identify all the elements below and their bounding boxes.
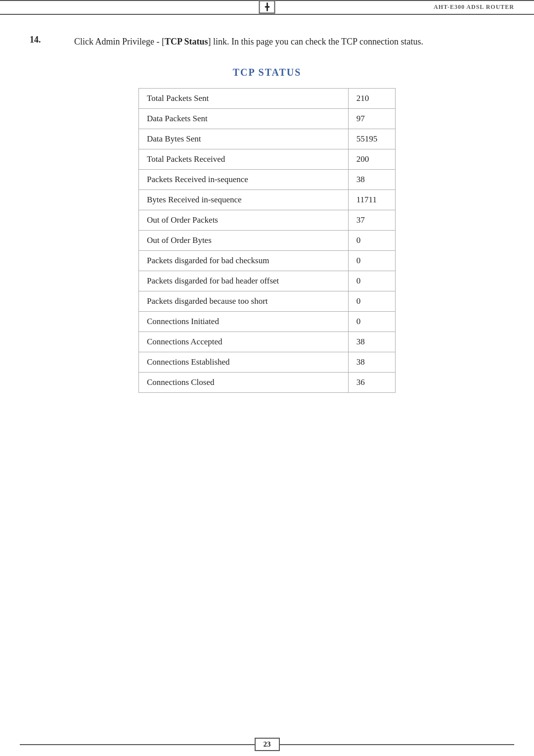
table-cell-value: 37	[348, 210, 395, 230]
table-row: Bytes Received in-sequence11711	[139, 189, 396, 210]
table-cell-label: Out of Order Packets	[139, 210, 349, 230]
table-cell-label: Out of Order Bytes	[139, 230, 349, 250]
table-cell-value: 11711	[348, 189, 395, 210]
logo-icon: ╋	[259, 0, 275, 14]
table-row: Total Packets Received200	[139, 149, 396, 169]
table-cell-value: 97	[348, 108, 395, 129]
router-name: AHT-E300 ADSL ROUTER	[434, 3, 514, 11]
table-cell-label: Connections Accepted	[139, 331, 349, 352]
table-cell-value: 210	[348, 88, 395, 108]
step-text-after: ] link. In this page you can check the T…	[208, 37, 423, 47]
step-text: Click Admin Privilege - [TCP Status] lin…	[74, 35, 423, 49]
step-number: 14.	[30, 35, 59, 49]
table-row: Connections Initiated0	[139, 311, 396, 331]
table-cell-label: Total Packets Sent	[139, 88, 349, 108]
table-cell-value: 36	[348, 372, 395, 392]
table-row: Connections Closed36	[139, 372, 396, 392]
page-number: 23	[255, 738, 280, 751]
step-text-before: Click Admin Privilege - [	[74, 37, 165, 47]
page-header: ╋ AHT-E300 ADSL ROUTER	[0, 0, 534, 15]
table-cell-label: Data Bytes Sent	[139, 129, 349, 149]
table-cell-label: Packets disgarded because too short	[139, 291, 349, 311]
table-cell-value: 200	[348, 149, 395, 169]
footer-line-right	[280, 744, 515, 745]
table-row: Data Packets Sent97	[139, 108, 396, 129]
table-cell-value: 0	[348, 230, 395, 250]
table-cell-label: Connections Closed	[139, 372, 349, 392]
table-cell-label: Connections Initiated	[139, 311, 349, 331]
table-cell-label: Bytes Received in-sequence	[139, 189, 349, 210]
table-cell-value: 38	[348, 331, 395, 352]
table-cell-value: 0	[348, 271, 395, 291]
table-cell-value: 38	[348, 352, 395, 372]
section-title: TCP STATUS	[30, 67, 504, 78]
table-cell-value: 0	[348, 291, 395, 311]
table-cell-value: 0	[348, 311, 395, 331]
step-block: 14. Click Admin Privilege - [TCP Status]…	[30, 35, 504, 49]
table-cell-value: 55195	[348, 129, 395, 149]
table-row: Packets disgarded because too short0	[139, 291, 396, 311]
table-row: Total Packets Sent210	[139, 88, 396, 108]
table-cell-label: Total Packets Received	[139, 149, 349, 169]
table-cell-label: Packets disgarded for bad header offset	[139, 271, 349, 291]
header-logo: ╋	[259, 0, 275, 14]
tcp-status-table: Total Packets Sent210Data Packets Sent97…	[138, 88, 396, 393]
table-row: Data Bytes Sent55195	[139, 129, 396, 149]
table-row: Connections Established38	[139, 352, 396, 372]
table-row: Packets disgarded for bad header offset0	[139, 271, 396, 291]
step-link-text: TCP Status	[165, 37, 208, 47]
tcp-table-wrapper: Total Packets Sent210Data Packets Sent97…	[30, 88, 504, 393]
footer-line-left	[20, 744, 255, 745]
table-row: Connections Accepted38	[139, 331, 396, 352]
table-cell-label: Data Packets Sent	[139, 108, 349, 129]
page-footer: 23	[0, 733, 534, 756]
table-cell-label: Packets Received in-sequence	[139, 169, 349, 189]
table-row: Out of Order Bytes0	[139, 230, 396, 250]
table-cell-label: Connections Established	[139, 352, 349, 372]
table-cell-value: 0	[348, 250, 395, 271]
table-row: Packets Received in-sequence38	[139, 169, 396, 189]
table-row: Packets disgarded for bad checksum0	[139, 250, 396, 271]
table-cell-value: 38	[348, 169, 395, 189]
table-row: Out of Order Packets37	[139, 210, 396, 230]
table-cell-label: Packets disgarded for bad checksum	[139, 250, 349, 271]
main-content: 14. Click Admin Privilege - [TCP Status]…	[0, 15, 534, 452]
